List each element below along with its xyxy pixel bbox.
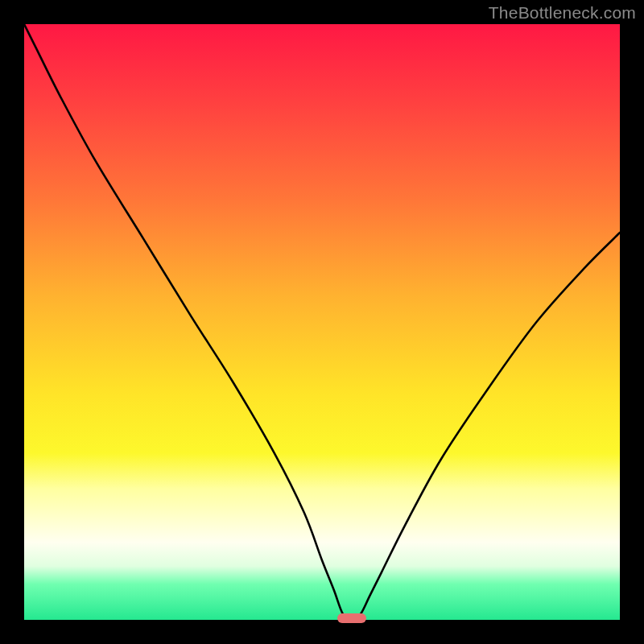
chart-container: TheBottleneck.com (0, 0, 644, 644)
optimal-marker (337, 613, 366, 623)
bottleneck-curve (24, 24, 620, 620)
plot-area (24, 24, 620, 620)
watermark-text: TheBottleneck.com (489, 3, 636, 23)
